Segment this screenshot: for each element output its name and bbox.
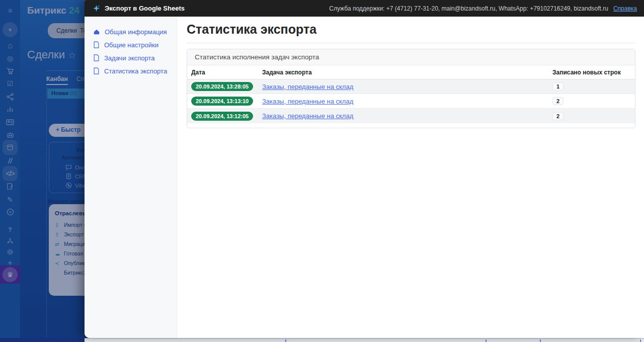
- page-title: Статистика экспорта: [187, 22, 316, 37]
- slider-body: Общая информация Общие настройки Задачи …: [85, 17, 644, 338]
- column-header-task: Задача экспорта: [258, 65, 548, 79]
- menu-item-general-settings[interactable]: Общие настройки: [85, 38, 177, 51]
- slider-title: Экспорт в Google Sheets: [93, 5, 185, 12]
- slider-content: Статистика экспорта Статистика исполнени…: [178, 17, 644, 338]
- support-info: Служба поддержки: +7 (4712) 77-31-20, ma…: [329, 5, 637, 12]
- slider-topbar: Экспорт в Google Sheets Служба поддержки…: [85, 0, 644, 17]
- table-row: 20.09.2024, 13:13:10 Заказы, переданные …: [187, 94, 635, 109]
- page-icon: [93, 54, 100, 61]
- export-task-link[interactable]: Заказы, переданные на склад: [262, 83, 353, 91]
- page-icon: [93, 41, 100, 48]
- screen: ≡ ▼ ⌂ ◎ ☑ //: [0, 0, 644, 342]
- menu-item-export-statistics[interactable]: Статистика экспорта: [85, 64, 177, 77]
- column-header-rows-written: Записано новых строк: [548, 65, 634, 79]
- menu-item-general-info[interactable]: Общая информация: [85, 25, 177, 38]
- sheet-tick: [486, 339, 487, 342]
- export-task-link[interactable]: Заказы, переданные на склад: [262, 112, 353, 120]
- date-badge: 20.09.2024, 13:12:05: [191, 112, 253, 121]
- card-bottom-padding: [187, 123, 635, 128]
- date-badge: 20.09.2024, 13:28:05: [191, 82, 253, 91]
- export-task-link[interactable]: Заказы, переданные на склад: [262, 98, 353, 105]
- home-icon: [93, 28, 100, 35]
- bottom-page-strip: [0, 338, 644, 342]
- table-body: 20.09.2024, 13:28:05 Заказы, переданные …: [187, 79, 635, 123]
- slider-sidebar-menu: Общая информация Общие настройки Задачи …: [85, 17, 177, 338]
- card-header: Статистика исполнения задач экспорта: [187, 49, 635, 65]
- column-header-date: Дата: [187, 65, 258, 79]
- page-icon: [93, 67, 100, 74]
- rows-count-badge: 2: [552, 97, 564, 105]
- export-slider-panel: Экспорт в Google Sheets Служба поддержки…: [85, 0, 644, 338]
- sheet-tick: [285, 339, 286, 342]
- title-divider: [187, 43, 635, 43]
- table-header-row: Дата Задача экспорта Записано новых стро…: [187, 65, 635, 79]
- rows-count-badge: 2: [552, 112, 564, 120]
- sheet-tick: [640, 339, 641, 342]
- underlying-sheet-edge: [85, 338, 644, 342]
- rows-count-badge: 1: [552, 82, 564, 91]
- sheet-tick: [540, 339, 541, 342]
- date-badge: 20.09.2024, 13:13:10: [191, 97, 253, 106]
- help-link[interactable]: Справка: [613, 5, 637, 12]
- table-row: 20.09.2024, 13:28:05 Заказы, переданные …: [187, 79, 635, 94]
- sparkle-icon: [93, 5, 100, 12]
- statistics-card: Статистика исполнения задач экспорта Дат…: [187, 49, 635, 128]
- menu-item-export-tasks[interactable]: Задачи экспорта: [85, 51, 177, 64]
- table-row: 20.09.2024, 13:12:05 Заказы, переданные …: [187, 109, 635, 123]
